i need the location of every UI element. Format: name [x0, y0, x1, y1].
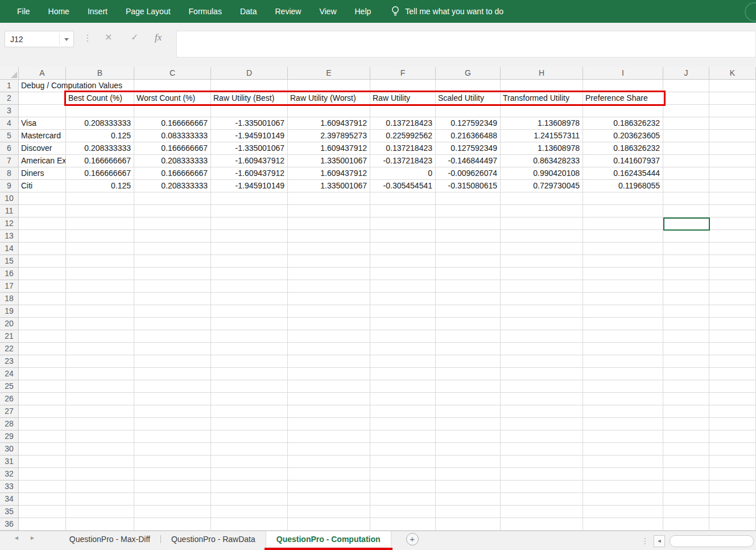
cell-J34[interactable] — [663, 493, 709, 506]
cell-J32[interactable] — [663, 468, 709, 481]
cell-B30[interactable] — [66, 443, 134, 455]
cell-H22[interactable] — [501, 343, 583, 355]
column-header-A[interactable]: A — [19, 67, 66, 80]
cell-H6[interactable]: 1.13608978 — [501, 142, 583, 155]
cell-H14[interactable] — [501, 243, 583, 255]
cell-J30[interactable] — [663, 443, 709, 455]
horizontal-scrollbar[interactable] — [670, 535, 754, 547]
cell-B35[interactable] — [66, 506, 134, 518]
cell-D9[interactable]: -1.945910149 — [211, 180, 288, 192]
row-header-22[interactable]: 22 — [0, 343, 19, 355]
cell-C27[interactable] — [134, 405, 211, 418]
cell-I13[interactable] — [583, 230, 663, 243]
cell-J24[interactable] — [663, 368, 709, 380]
cell-E22[interactable] — [288, 343, 370, 355]
cell-C26[interactable] — [134, 393, 211, 405]
cell-F26[interactable] — [370, 393, 436, 405]
cell-F15[interactable] — [370, 255, 436, 268]
row-header-17[interactable]: 17 — [0, 280, 19, 293]
cell-K27[interactable] — [709, 405, 756, 418]
cell-B25[interactable] — [66, 380, 134, 393]
cell-K18[interactable] — [709, 293, 756, 305]
cell-H10[interactable] — [501, 192, 583, 205]
cell-F1[interactable] — [370, 80, 436, 92]
cell-A5[interactable]: Mastercard — [19, 130, 66, 142]
cell-H1[interactable] — [501, 80, 583, 92]
cell-G33[interactable] — [436, 481, 501, 493]
cell-K2[interactable] — [709, 92, 756, 105]
cell-I20[interactable] — [583, 318, 663, 330]
cell-I12[interactable] — [583, 217, 663, 230]
cell-F8[interactable]: 0 — [370, 167, 436, 180]
cell-B13[interactable] — [66, 230, 134, 243]
cell-B5[interactable]: 0.125 — [66, 130, 134, 142]
column-header-B[interactable]: B — [66, 67, 134, 80]
cell-D32[interactable] — [211, 468, 288, 481]
cell-C10[interactable] — [134, 192, 211, 205]
cell-D31[interactable] — [211, 455, 288, 468]
cell-K5[interactable] — [709, 130, 756, 142]
cell-D15[interactable] — [211, 255, 288, 268]
cell-K4[interactable] — [709, 117, 756, 130]
row-header-34[interactable]: 34 — [0, 493, 19, 506]
cell-E11[interactable] — [288, 205, 370, 217]
cell-I28[interactable] — [583, 418, 663, 430]
cell-F34[interactable] — [370, 493, 436, 506]
cell-H16[interactable] — [501, 268, 583, 280]
cell-F11[interactable] — [370, 205, 436, 217]
cell-J22[interactable] — [663, 343, 709, 355]
cell-H15[interactable] — [501, 255, 583, 268]
cell-G14[interactable] — [436, 243, 501, 255]
cell-E20[interactable] — [288, 318, 370, 330]
cell-E8[interactable]: 1.609437912 — [288, 167, 370, 180]
scrollbar-drag-dots[interactable]: ⋮ — [641, 536, 649, 545]
cell-K24[interactable] — [709, 368, 756, 380]
cell-G4[interactable]: 0.127592349 — [436, 117, 501, 130]
row-header-4[interactable]: 4 — [0, 117, 19, 130]
cell-F19[interactable] — [370, 305, 436, 318]
cell-J13[interactable] — [663, 230, 709, 243]
cell-A28[interactable] — [19, 418, 66, 430]
cell-B32[interactable] — [66, 468, 134, 481]
cell-G13[interactable] — [436, 230, 501, 243]
formula-input[interactable] — [176, 31, 756, 58]
cell-C1[interactable] — [134, 80, 211, 92]
cell-J7[interactable] — [663, 155, 709, 167]
row-header-33[interactable]: 33 — [0, 481, 19, 493]
cell-A14[interactable] — [19, 243, 66, 255]
cell-D30[interactable] — [211, 443, 288, 455]
cell-A32[interactable] — [19, 468, 66, 481]
cell-G6[interactable]: 0.127592349 — [436, 142, 501, 155]
row-header-5[interactable]: 5 — [0, 130, 19, 142]
row-header-36[interactable]: 36 — [0, 518, 19, 531]
cell-G8[interactable]: -0.009626074 — [436, 167, 501, 180]
cell-D17[interactable] — [211, 280, 288, 293]
cell-J18[interactable] — [663, 293, 709, 305]
sheet-tab-questionpro-max-diff[interactable]: QuestionPro - Max-Diff — [59, 531, 160, 547]
cell-I27[interactable] — [583, 405, 663, 418]
prev-sheet-icon[interactable]: ◄ — [14, 535, 19, 541]
row-header-2[interactable]: 2 — [0, 92, 19, 105]
cell-G22[interactable] — [436, 343, 501, 355]
cell-A31[interactable] — [19, 455, 66, 468]
cell-B8[interactable]: 0.166666667 — [66, 167, 134, 180]
cell-I26[interactable] — [583, 393, 663, 405]
cell-G35[interactable] — [436, 506, 501, 518]
cell-H9[interactable]: 0.729730045 — [501, 180, 583, 192]
cell-G30[interactable] — [436, 443, 501, 455]
cell-E26[interactable] — [288, 393, 370, 405]
cell-F17[interactable] — [370, 280, 436, 293]
cell-H19[interactable] — [501, 305, 583, 318]
cell-H11[interactable] — [501, 205, 583, 217]
cell-I29[interactable] — [583, 430, 663, 443]
row-header-21[interactable]: 21 — [0, 330, 19, 343]
row-header-25[interactable]: 25 — [0, 380, 19, 393]
row-header-1[interactable]: 1 — [0, 80, 19, 92]
cell-E14[interactable] — [288, 243, 370, 255]
row-header-16[interactable]: 16 — [0, 268, 19, 280]
cell-H18[interactable] — [501, 293, 583, 305]
cell-J28[interactable] — [663, 418, 709, 430]
cell-F33[interactable] — [370, 481, 436, 493]
cell-B7[interactable]: 0.166666667 — [66, 155, 134, 167]
cell-F22[interactable] — [370, 343, 436, 355]
